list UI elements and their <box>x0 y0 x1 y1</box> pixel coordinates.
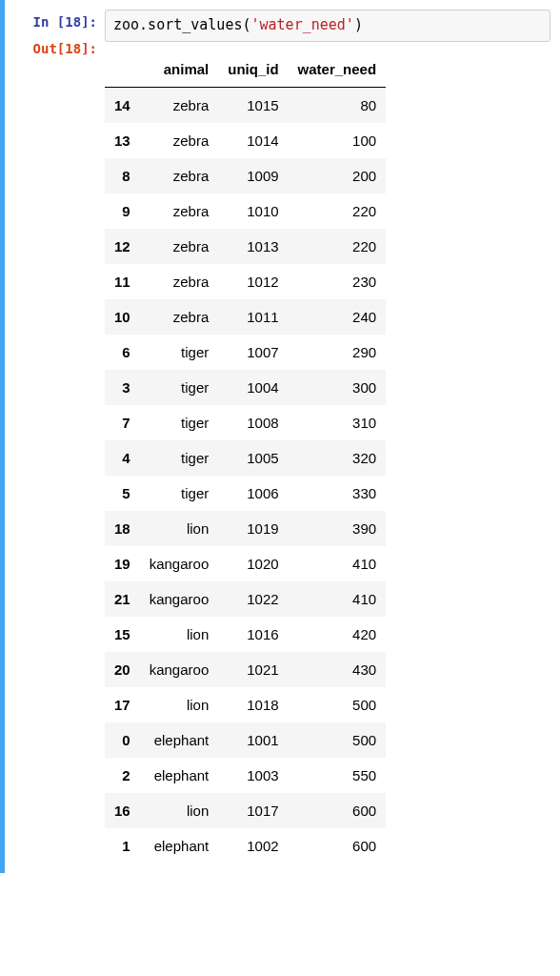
table-row: 1elephant1002600 <box>105 828 386 864</box>
row-index: 19 <box>105 546 140 581</box>
code-string-open: ' <box>251 16 260 33</box>
table-row: 9zebra1010220 <box>105 193 386 229</box>
prompt-column: In [18]: Out[18]: <box>5 10 105 864</box>
cell-uniq_id: 1013 <box>218 229 288 264</box>
code-string-val: water_need <box>260 16 346 33</box>
table-row: 20kangaroo1021430 <box>105 652 386 687</box>
cell-uniq_id: 1021 <box>218 652 288 687</box>
cell-water_need: 320 <box>289 440 387 476</box>
cell-animal: tiger <box>140 335 219 370</box>
table-row: 11zebra1012230 <box>105 264 386 299</box>
cell-water_need: 500 <box>289 687 387 722</box>
cell-uniq_id: 1004 <box>218 370 288 405</box>
cell-animal: elephant <box>140 758 219 793</box>
table-row: 13zebra1014100 <box>105 123 386 158</box>
row-index: 2 <box>105 758 140 793</box>
cell-water_need: 240 <box>289 299 387 335</box>
cell-water_need: 290 <box>289 335 387 370</box>
col-header-animal: animal <box>140 51 219 88</box>
row-index: 7 <box>105 405 140 440</box>
cell-animal: zebra <box>140 299 219 335</box>
cell-uniq_id: 1018 <box>218 687 288 722</box>
cell-water_need: 220 <box>289 229 387 264</box>
cell-water_need: 600 <box>289 793 387 828</box>
table-row: 8zebra1009200 <box>105 158 386 193</box>
cell-animal: zebra <box>140 264 219 299</box>
cell-animal: elephant <box>140 828 219 864</box>
row-index: 15 <box>105 617 140 652</box>
code-string-close: ' <box>346 16 354 33</box>
index-header-blank <box>105 51 140 88</box>
row-index: 16 <box>105 793 140 828</box>
cell-animal: zebra <box>140 87 219 123</box>
row-index: 9 <box>105 193 140 229</box>
row-index: 18 <box>105 511 140 546</box>
table-row: 5tiger1006330 <box>105 476 386 511</box>
cell-water_need: 80 <box>289 87 387 123</box>
cell-animal: zebra <box>140 158 219 193</box>
table-row: 19kangaroo1020410 <box>105 546 386 581</box>
cell-uniq_id: 1020 <box>218 546 288 581</box>
row-index: 17 <box>105 687 140 722</box>
cell-animal: kangaroo <box>140 581 219 617</box>
cell-animal: tiger <box>140 440 219 476</box>
cell-animal: kangaroo <box>140 546 219 581</box>
cell-water_need: 410 <box>289 546 387 581</box>
cell-uniq_id: 1003 <box>218 758 288 793</box>
cell-animal: zebra <box>140 229 219 264</box>
cell-animal: tiger <box>140 370 219 405</box>
cell-uniq_id: 1022 <box>218 581 288 617</box>
cell-uniq_id: 1009 <box>218 158 288 193</box>
table-row: 14zebra101580 <box>105 87 386 123</box>
cell-uniq_id: 1017 <box>218 793 288 828</box>
cell-animal: tiger <box>140 476 219 511</box>
row-index: 11 <box>105 264 140 299</box>
cell-uniq_id: 1002 <box>218 828 288 864</box>
table-row: 7tiger1008310 <box>105 405 386 440</box>
row-index: 0 <box>105 722 140 758</box>
cell-water_need: 420 <box>289 617 387 652</box>
cell-water_need: 430 <box>289 652 387 687</box>
cell-animal: lion <box>140 511 219 546</box>
dataframe-table: animal uniq_id water_need 14zebra1015801… <box>105 51 386 864</box>
cell-uniq_id: 1012 <box>218 264 288 299</box>
row-index: 20 <box>105 652 140 687</box>
cell-animal: lion <box>140 617 219 652</box>
code-prefix: zoo.sort_values( <box>113 16 251 33</box>
cell-uniq_id: 1015 <box>218 87 288 123</box>
cell-water_need: 410 <box>289 581 387 617</box>
row-index: 10 <box>105 299 140 335</box>
row-index: 4 <box>105 440 140 476</box>
cell-uniq_id: 1010 <box>218 193 288 229</box>
table-row: 21kangaroo1022410 <box>105 581 386 617</box>
cell-water_need: 300 <box>289 370 387 405</box>
cell-animal: zebra <box>140 123 219 158</box>
row-index: 5 <box>105 476 140 511</box>
cell-uniq_id: 1001 <box>218 722 288 758</box>
content-column: zoo.sort_values('water_need') animal uni… <box>105 10 560 864</box>
cell-uniq_id: 1016 <box>218 617 288 652</box>
cell-water_need: 330 <box>289 476 387 511</box>
table-row: 3tiger1004300 <box>105 370 386 405</box>
row-index: 6 <box>105 335 140 370</box>
notebook-cell: In [18]: Out[18]: zoo.sort_values('water… <box>0 0 560 873</box>
col-header-water-need: water_need <box>289 51 387 88</box>
cell-animal: tiger <box>140 405 219 440</box>
out-prompt-label: Out[18]: <box>5 40 97 57</box>
cell-water_need: 390 <box>289 511 387 546</box>
code-input[interactable]: zoo.sort_values('water_need') <box>105 10 550 42</box>
row-index: 21 <box>105 581 140 617</box>
table-row: 2elephant1003550 <box>105 758 386 793</box>
cell-uniq_id: 1014 <box>218 123 288 158</box>
row-index: 14 <box>105 87 140 123</box>
table-row: 18lion1019390 <box>105 511 386 546</box>
output-area: animal uniq_id water_need 14zebra1015801… <box>105 42 550 864</box>
cell-uniq_id: 1005 <box>218 440 288 476</box>
cell-animal: lion <box>140 687 219 722</box>
cell-water_need: 230 <box>289 264 387 299</box>
table-row: 12zebra1013220 <box>105 229 386 264</box>
table-row: 4tiger1005320 <box>105 440 386 476</box>
cell-water_need: 310 <box>289 405 387 440</box>
row-index: 8 <box>105 158 140 193</box>
row-index: 13 <box>105 123 140 158</box>
